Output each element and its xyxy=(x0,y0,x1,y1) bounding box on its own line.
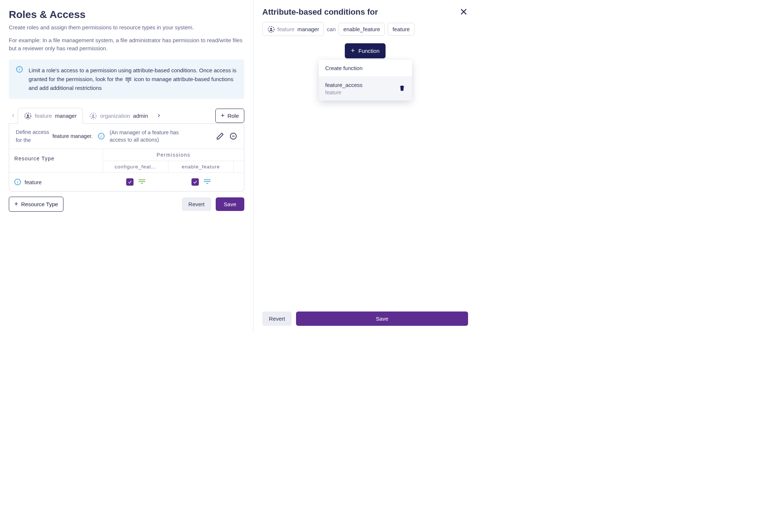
roles-access-panel: Roles & Access Create roles and assign t… xyxy=(0,0,253,332)
role-icon xyxy=(89,112,97,120)
tab-organization-admin[interactable]: organization admin xyxy=(83,108,154,124)
tab-scroll-right[interactable] xyxy=(154,113,163,119)
info-callout: i Limit a role's access to a permission … xyxy=(9,59,244,99)
role-header: Define access for the feature manager. i… xyxy=(9,124,244,149)
tab-label-suffix: admin xyxy=(133,113,148,119)
perm-col-extra xyxy=(234,161,244,172)
close-icon[interactable] xyxy=(459,7,468,16)
add-role-label: Role xyxy=(227,113,239,119)
chip-action[interactable]: enable_feature xyxy=(339,23,385,36)
function-name: feature_access xyxy=(325,82,363,88)
role-icon xyxy=(24,112,32,120)
filter-icon xyxy=(125,78,132,83)
perm-col-configure: configure_feat… xyxy=(103,161,168,172)
create-function-option[interactable]: Create function xyxy=(319,60,412,77)
plus-icon: + xyxy=(221,112,225,120)
col-resource-type: Resource Type xyxy=(9,149,103,172)
tab-scroll-left[interactable] xyxy=(9,113,18,119)
info-icon: i xyxy=(98,133,105,139)
side-revert-button[interactable]: Revert xyxy=(262,311,292,326)
abac-side-panel: Attribute-based conditions for feature m… xyxy=(253,0,477,332)
tab-label-prefix: organization xyxy=(100,113,130,119)
function-option-feature-access[interactable]: feature_access feature xyxy=(319,77,412,101)
side-panel-title: Attribute-based conditions for xyxy=(262,7,468,17)
condition-chips: feature manager can enable_feature featu… xyxy=(262,22,468,36)
add-resource-type-button[interactable]: + Resource Type xyxy=(9,197,63,212)
role-definition-panel: Define access for the feature manager. i… xyxy=(9,123,244,192)
page-title: Roles & Access xyxy=(9,9,244,21)
tab-feature-manager[interactable]: feature manager xyxy=(18,108,83,124)
side-panel-footer: Revert Save xyxy=(253,306,477,332)
page-description-2: For example: In a file management system… xyxy=(9,36,244,53)
define-prefix: Define access for the xyxy=(16,129,49,143)
function-dropdown: Create function feature_access feature xyxy=(319,60,412,101)
abac-filter-icon[interactable] xyxy=(204,179,211,185)
role-tabs: feature manager organization admin + Rol… xyxy=(9,108,244,124)
revert-button[interactable]: Revert xyxy=(182,197,211,211)
add-function-label: Function xyxy=(358,48,380,54)
tab-label-prefix: feature xyxy=(35,113,52,119)
edit-icon[interactable] xyxy=(216,132,224,140)
word-can: can xyxy=(327,26,336,32)
function-subtitle: feature xyxy=(325,90,363,95)
chip-action-label: enable_feature xyxy=(343,26,380,32)
resource-name: feature xyxy=(25,179,42,185)
info-icon: i xyxy=(16,66,23,73)
role-icon xyxy=(267,25,274,33)
add-role-button[interactable]: + Role xyxy=(215,109,244,123)
permission-checkbox-enable[interactable] xyxy=(191,178,199,186)
info-icon[interactable]: i xyxy=(14,179,21,185)
side-save-button[interactable]: Save xyxy=(296,311,468,326)
chip-role-prefix: feature xyxy=(277,26,295,32)
chip-resource[interactable]: feature xyxy=(388,23,415,36)
svg-point-9 xyxy=(270,28,272,30)
left-footer: + Resource Type Revert Save xyxy=(9,197,244,212)
page-description-1: Create roles and assign them permissions… xyxy=(9,23,244,32)
add-function-button[interactable]: + Function xyxy=(345,43,385,58)
permissions-table: Resource Type Permissions configure_feat… xyxy=(9,149,244,191)
plus-icon: + xyxy=(14,200,18,208)
define-role-name: feature manager. xyxy=(52,133,93,139)
trash-icon[interactable] xyxy=(399,85,405,92)
chip-role-suffix: manager xyxy=(297,26,319,32)
svg-point-1 xyxy=(27,114,29,116)
permission-checkbox-configure[interactable] xyxy=(126,178,134,186)
col-permissions: Permissions xyxy=(103,149,244,161)
svg-point-3 xyxy=(92,114,94,116)
save-button[interactable]: Save xyxy=(216,197,244,211)
abac-filter-icon[interactable] xyxy=(139,179,145,185)
table-row: i feature xyxy=(9,173,244,191)
tab-label-suffix: manager xyxy=(55,113,77,119)
add-resource-label: Resource Type xyxy=(21,201,58,207)
perm-col-enable: enable_feature xyxy=(168,161,234,172)
chip-resource-label: feature xyxy=(393,26,410,32)
chip-role[interactable]: feature manager xyxy=(262,22,324,36)
plus-icon: + xyxy=(351,47,355,55)
remove-icon[interactable] xyxy=(229,132,237,140)
define-hint: (An manager of a feature has access to a… xyxy=(110,129,179,144)
